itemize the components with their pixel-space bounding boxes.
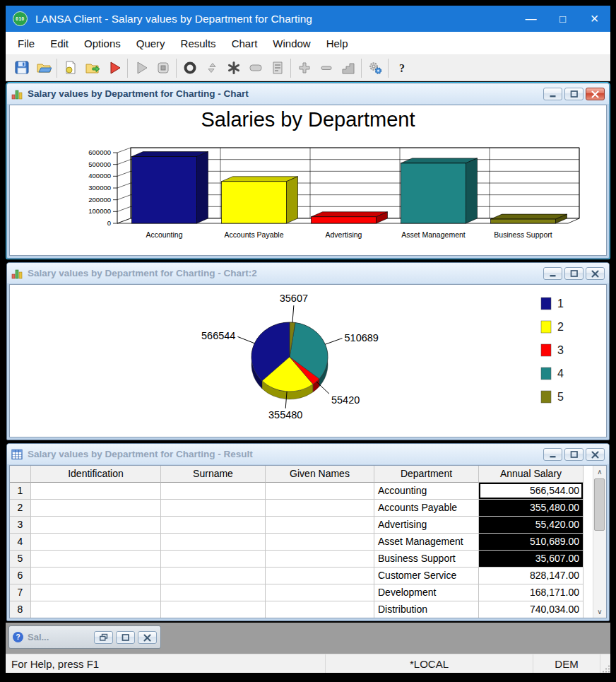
menu-item-window[interactable]: Window bbox=[265, 32, 318, 54]
surname-cell[interactable] bbox=[161, 517, 266, 534]
play-button[interactable] bbox=[130, 58, 152, 78]
surname-cell[interactable] bbox=[161, 568, 266, 584]
column-header[interactable]: Identification bbox=[31, 466, 161, 483]
identification-cell[interactable] bbox=[31, 517, 161, 534]
main-titlebar[interactable]: 010 LANSA Client - Salary values by Depa… bbox=[6, 6, 610, 32]
row-number-cell[interactable]: 2 bbox=[10, 500, 31, 517]
minimize-button[interactable] bbox=[543, 448, 562, 461]
stop-button[interactable] bbox=[152, 58, 174, 78]
sort-arrows-button[interactable] bbox=[201, 58, 223, 78]
annual-salary-cell[interactable]: 355,480.00 bbox=[479, 500, 584, 517]
chart2-window-titlebar[interactable]: Salary values by Department for Charting… bbox=[7, 263, 609, 283]
surname-cell[interactable] bbox=[161, 584, 266, 601]
surname-cell[interactable] bbox=[161, 601, 266, 618]
close-button[interactable] bbox=[138, 631, 157, 644]
identification-cell[interactable] bbox=[31, 500, 161, 517]
menu-item-options[interactable]: Options bbox=[76, 32, 129, 54]
annual-salary-cell[interactable]: 55,420.00 bbox=[479, 517, 584, 534]
annual-salary-cell[interactable]: 740,034.00 bbox=[479, 601, 584, 618]
row-number-cell[interactable]: 8 bbox=[10, 601, 31, 618]
maximize-button[interactable] bbox=[564, 267, 584, 280]
surname-cell[interactable] bbox=[161, 500, 266, 517]
identification-cell[interactable] bbox=[31, 568, 161, 584]
department-cell[interactable]: Distribution bbox=[374, 601, 479, 618]
department-cell[interactable]: Advertising bbox=[374, 517, 479, 534]
menu-item-file[interactable]: File bbox=[10, 32, 42, 54]
given-names-cell[interactable] bbox=[266, 584, 374, 601]
scroll-down-icon[interactable]: ∨ bbox=[593, 606, 606, 618]
scroll-up-icon[interactable]: ∧ bbox=[593, 466, 606, 478]
row-number-header[interactable] bbox=[10, 466, 31, 483]
result-window-titlebar[interactable]: Salary values by Department for Charting… bbox=[7, 444, 609, 464]
asterisk-button[interactable] bbox=[223, 58, 244, 78]
identification-cell[interactable] bbox=[31, 551, 161, 568]
close-button[interactable]: × bbox=[579, 6, 610, 32]
save-button[interactable] bbox=[11, 58, 32, 78]
field-button[interactable] bbox=[244, 58, 266, 78]
column-header[interactable]: Surname bbox=[161, 466, 266, 483]
resize-grip[interactable] bbox=[600, 654, 610, 673]
menu-item-chart[interactable]: Chart bbox=[224, 32, 266, 54]
chart-window-titlebar[interactable]: Salary values by Department for Charting… bbox=[7, 83, 609, 104]
annual-salary-cell[interactable]: 510,689.00 bbox=[479, 534, 584, 551]
row-number-cell[interactable]: 5 bbox=[10, 551, 31, 568]
minimize-button[interactable]: — bbox=[515, 6, 547, 32]
given-names-cell[interactable] bbox=[266, 568, 374, 584]
maximize-button[interactable] bbox=[564, 448, 584, 461]
department-cell[interactable]: Asset Management bbox=[374, 534, 479, 551]
column-header[interactable]: Annual Salary bbox=[479, 466, 584, 483]
menu-item-query[interactable]: Query bbox=[129, 32, 173, 54]
annual-salary-cell[interactable]: 35,607.00 bbox=[479, 551, 584, 568]
menu-item-help[interactable]: Help bbox=[319, 32, 356, 54]
maximize-button[interactable] bbox=[116, 631, 135, 644]
minimize-button[interactable] bbox=[543, 88, 562, 100]
chart-steps-button[interactable] bbox=[337, 58, 359, 78]
department-cell[interactable]: Accounts Payable bbox=[374, 500, 479, 517]
given-names-cell[interactable] bbox=[266, 534, 374, 551]
run-button[interactable] bbox=[103, 58, 125, 78]
maximize-button[interactable]: □ bbox=[547, 6, 579, 32]
row-number-cell[interactable]: 6 bbox=[10, 568, 31, 584]
minimized-window[interactable]: ? Sal... bbox=[8, 625, 161, 649]
surname-cell[interactable] bbox=[161, 551, 266, 568]
record-button[interactable] bbox=[179, 58, 201, 78]
annual-salary-cell[interactable]: 566,544.00 bbox=[479, 483, 584, 500]
identification-cell[interactable] bbox=[31, 584, 161, 601]
identification-cell[interactable] bbox=[31, 534, 161, 551]
surname-cell[interactable] bbox=[161, 534, 266, 551]
scrollbar-thumb[interactable] bbox=[594, 478, 605, 531]
menu-item-results[interactable]: Results bbox=[173, 32, 224, 54]
help-button[interactable]: ? bbox=[391, 58, 413, 78]
new-document-button[interactable] bbox=[59, 58, 81, 78]
given-names-cell[interactable] bbox=[266, 517, 374, 534]
add-button[interactable] bbox=[293, 58, 315, 78]
row-number-cell[interactable]: 4 bbox=[10, 534, 31, 551]
column-header[interactable]: Department bbox=[374, 466, 479, 483]
open-button[interactable] bbox=[32, 58, 54, 78]
identification-cell[interactable] bbox=[31, 601, 161, 618]
row-number-cell[interactable]: 7 bbox=[10, 584, 31, 601]
minimize-button[interactable] bbox=[543, 267, 562, 280]
gears-button[interactable] bbox=[364, 58, 386, 78]
open-folder-button[interactable] bbox=[81, 58, 103, 78]
menu-item-edit[interactable]: Edit bbox=[42, 32, 76, 54]
maximize-button[interactable] bbox=[564, 88, 584, 100]
surname-cell[interactable] bbox=[161, 483, 266, 500]
given-names-cell[interactable] bbox=[266, 483, 374, 500]
given-names-cell[interactable] bbox=[266, 551, 374, 568]
close-button[interactable] bbox=[586, 448, 605, 461]
remove-button[interactable] bbox=[315, 58, 337, 78]
close-button[interactable] bbox=[586, 267, 605, 280]
annual-salary-cell[interactable]: 828,147.00 bbox=[479, 568, 584, 584]
department-cell[interactable]: Accounting bbox=[374, 483, 479, 500]
given-names-cell[interactable] bbox=[266, 601, 374, 618]
restore-button[interactable] bbox=[94, 631, 113, 644]
row-number-cell[interactable]: 1 bbox=[10, 483, 31, 500]
department-cell[interactable]: Development bbox=[374, 584, 479, 601]
annual-salary-cell[interactable]: 168,171.00 bbox=[479, 584, 584, 601]
given-names-cell[interactable] bbox=[266, 500, 374, 517]
department-cell[interactable]: Business Support bbox=[374, 551, 479, 568]
department-cell[interactable]: Customer Service bbox=[374, 568, 479, 584]
table-scrollbar[interactable]: ∧ ∨ bbox=[593, 466, 606, 618]
row-number-cell[interactable]: 3 bbox=[10, 517, 31, 534]
